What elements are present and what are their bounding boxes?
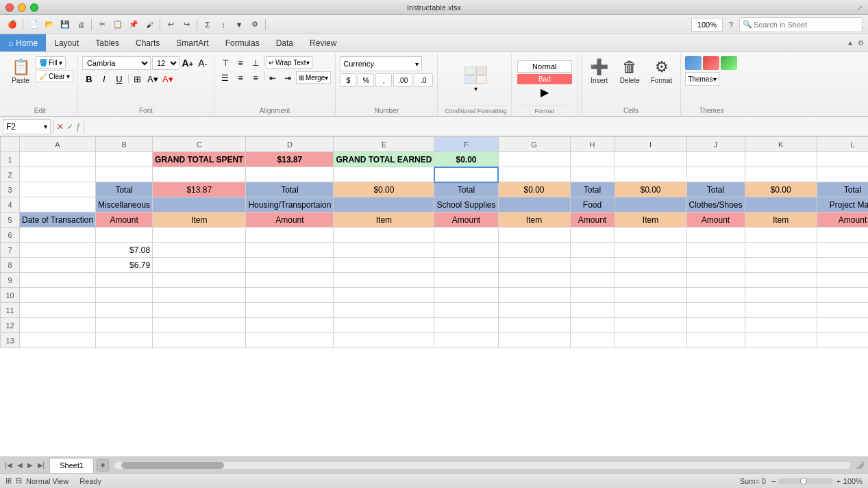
table-cell[interactable] — [817, 167, 868, 182]
table-cell[interactable] — [615, 273, 686, 288]
table-cell[interactable]: Total — [686, 182, 745, 197]
table-cell[interactable] — [498, 333, 570, 348]
bad-format-button[interactable]: Bad — [517, 74, 572, 84]
table-cell[interactable]: Total — [817, 182, 868, 197]
col-header-K[interactable]: K — [745, 137, 817, 152]
menu-smartart[interactable]: SmartArt — [168, 34, 216, 51]
fill-dropdown-icon[interactable]: ▾ — [59, 59, 62, 66]
table-cell[interactable] — [817, 303, 868, 318]
table-cell[interactable] — [246, 333, 334, 348]
align-center-btn[interactable]: ≡ — [234, 71, 247, 85]
table-cell[interactable] — [20, 303, 96, 318]
decrease-font-btn[interactable]: A- — [196, 56, 210, 70]
menu-formulas[interactable]: Formulas — [217, 34, 268, 51]
table-cell[interactable]: $0.00 — [334, 182, 434, 197]
table-cell[interactable] — [615, 258, 686, 273]
table-cell[interactable] — [246, 243, 334, 258]
insert-button[interactable]: ➕ Insert — [586, 56, 613, 86]
table-cell[interactable]: GRAND TOTAL EARNED — [334, 152, 434, 167]
col-header-F[interactable]: F — [434, 137, 498, 152]
col-header-C[interactable]: C — [153, 137, 246, 152]
macro-btn[interactable]: ⚙ — [248, 18, 262, 32]
table-cell[interactable] — [246, 273, 334, 288]
table-cell[interactable] — [20, 333, 96, 348]
cell-ref-dropdown[interactable]: ▾ — [44, 123, 47, 130]
italic-button[interactable]: I — [97, 72, 111, 86]
table-cell[interactable] — [153, 288, 246, 303]
col-header-A[interactable]: A — [20, 137, 96, 152]
table-cell[interactable] — [96, 318, 153, 333]
table-cell[interactable]: Item — [498, 212, 570, 228]
table-cell[interactable]: Project Ma... — [817, 197, 868, 212]
table-cell[interactable]: $0.00 — [745, 182, 817, 197]
grid-scroll-area[interactable]: A B C D E F G H I J K L 1GRAND TOTAL SPE… — [0, 136, 868, 456]
table-cell[interactable]: $13.87 — [153, 182, 246, 197]
ribbon-options-btn[interactable]: ⚙ — [858, 39, 864, 47]
table-cell[interactable]: School Supplies — [434, 197, 498, 212]
table-cell[interactable] — [434, 333, 498, 348]
menu-data[interactable]: Data — [268, 34, 301, 51]
search-input[interactable] — [754, 21, 859, 29]
table-cell[interactable] — [246, 228, 334, 243]
table-cell[interactable] — [96, 303, 153, 318]
menu-charts[interactable]: Charts — [127, 34, 168, 51]
table-cell[interactable] — [686, 167, 745, 182]
table-cell[interactable] — [96, 273, 153, 288]
table-cell[interactable] — [817, 318, 868, 333]
themes-dropdown-btn[interactable]: Themes ▾ — [685, 72, 719, 86]
table-cell[interactable] — [570, 318, 615, 333]
table-cell[interactable] — [153, 273, 246, 288]
table-cell[interactable] — [686, 288, 745, 303]
table-cell[interactable] — [745, 167, 817, 182]
table-cell[interactable] — [153, 318, 246, 333]
table-cell[interactable]: Miscellaneous — [96, 197, 153, 212]
table-cell[interactable]: Item — [153, 212, 246, 228]
table-cell[interactable] — [570, 258, 615, 273]
bold-button[interactable]: B — [82, 72, 96, 86]
table-cell[interactable] — [246, 288, 334, 303]
resize-control[interactable]: ⤢ — [857, 3, 863, 12]
copy-btn[interactable]: 📋 — [111, 18, 125, 32]
table-cell[interactable] — [334, 258, 434, 273]
tab-next-btn[interactable]: ▶ — [25, 461, 35, 469]
table-cell[interactable] — [570, 273, 615, 288]
format-expand-btn[interactable]: ▶ — [541, 86, 549, 99]
table-cell[interactable]: Housing/Transportaion — [246, 197, 334, 212]
table-cell[interactable] — [686, 273, 745, 288]
font-size-dropdown[interactable]: 12 — [152, 56, 179, 70]
align-top-btn[interactable]: ⊤ — [219, 56, 232, 70]
col-header-D[interactable]: D — [246, 137, 334, 152]
table-cell[interactable] — [745, 318, 817, 333]
decrease-indent-btn[interactable]: ⇤ — [266, 71, 280, 85]
font-name-dropdown[interactable]: Cambria — [82, 56, 151, 70]
table-cell[interactable] — [570, 303, 615, 318]
table-cell[interactable] — [96, 152, 153, 167]
table-cell[interactable] — [246, 303, 334, 318]
maximize-button[interactable] — [30, 3, 38, 12]
menu-home[interactable]: ⌂ Home — [0, 34, 46, 51]
table-cell[interactable] — [498, 303, 570, 318]
table-cell[interactable] — [20, 258, 96, 273]
table-cell[interactable] — [96, 167, 153, 182]
table-cell[interactable] — [686, 243, 745, 258]
align-right-btn[interactable]: ≡ — [249, 71, 262, 85]
table-cell[interactable] — [20, 288, 96, 303]
table-cell[interactable]: Date of Transaction — [20, 212, 96, 228]
table-cell[interactable] — [246, 318, 334, 333]
table-cell[interactable] — [817, 243, 868, 258]
table-cell[interactable] — [334, 273, 434, 288]
close-button[interactable] — [5, 3, 14, 12]
table-cell[interactable] — [20, 228, 96, 243]
table-cell[interactable] — [334, 243, 434, 258]
table-cell[interactable]: $0.00 — [615, 182, 686, 197]
table-cell[interactable] — [20, 243, 96, 258]
table-cell[interactable] — [686, 318, 745, 333]
undo-btn[interactable]: ↩ — [164, 18, 177, 32]
menu-review[interactable]: Review — [301, 34, 345, 51]
table-cell[interactable] — [20, 273, 96, 288]
decrease-decimal-btn[interactable]: .0 — [414, 73, 433, 87]
theme-color-btn-3[interactable] — [721, 56, 737, 70]
table-cell[interactable] — [498, 318, 570, 333]
table-cell[interactable] — [498, 288, 570, 303]
table-cell[interactable]: Clothes/Shoes — [686, 197, 745, 212]
